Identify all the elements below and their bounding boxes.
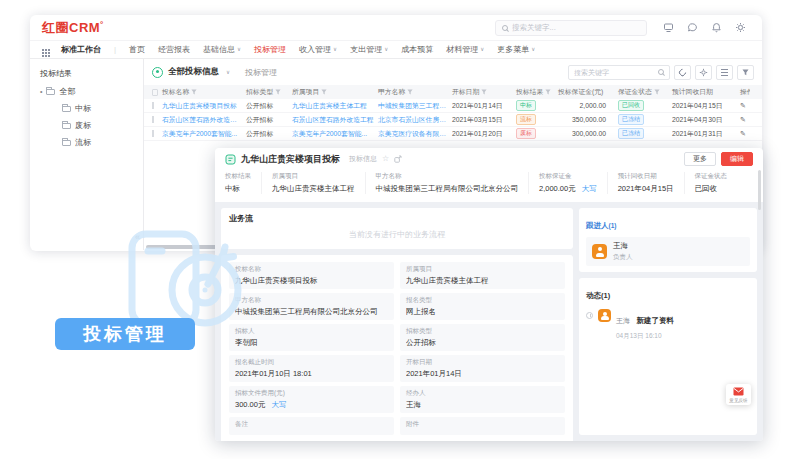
funnel-icon[interactable]: [481, 89, 487, 95]
col-actions: 操作: [736, 87, 750, 97]
activity-action: 新建了资料: [636, 316, 674, 325]
col-deposit[interactable]: 投标保证金(元): [554, 87, 614, 97]
table-row[interactable]: 京美克年产2000套智能... 公开招标 京美克年产2000套智能... 京美克…: [144, 127, 762, 141]
cell-bid-name[interactable]: 石景山区莲石路外改造工程: [158, 115, 242, 125]
activity-title: 动态: [586, 291, 601, 300]
edit-icon[interactable]: ✎: [736, 102, 750, 110]
nav-workbench[interactable]: 标准工作台: [61, 44, 101, 55]
funnel-icon[interactable]: [545, 89, 551, 95]
table-row[interactable]: 九华山庄贵宾楼项目投标 公开招标 九华山庄贵宾楼主体工程 中城投集团第三工程局有…: [144, 99, 762, 113]
activity-actor: 王海: [616, 317, 630, 324]
col-tender-type[interactable]: 招标类型: [242, 87, 288, 97]
bell-icon[interactable]: [711, 22, 722, 33]
funnel-icon[interactable]: [407, 89, 413, 95]
nav-item-budget[interactable]: 成本预算: [401, 44, 433, 55]
tree-node-all[interactable]: • 全部: [40, 86, 143, 97]
list-search-input[interactable]: [574, 69, 655, 76]
tree-node-void[interactable]: 废标: [62, 120, 143, 131]
cell-party[interactable]: 中城投集团第三工程局有...: [374, 101, 448, 111]
caps-link[interactable]: 大写: [271, 400, 286, 409]
handler-link[interactable]: 王海: [406, 400, 559, 410]
cell-bid-name[interactable]: 京美克年产2000套智能...: [158, 129, 242, 139]
row-checkbox[interactable]: [152, 102, 154, 109]
table-row[interactable]: 石景山区莲石路外改造工程 公开招标 石景山区莲石路外改造工程 北京市石景山区住房…: [144, 113, 762, 127]
vertical-scrollbar[interactable]: [758, 170, 761, 210]
field-box: 招标人李朝阳: [229, 324, 394, 351]
star-icon[interactable]: ☆: [382, 155, 389, 163]
party-link[interactable]: 中城投集团第三工程局有限公司北京分公司: [235, 307, 388, 317]
share-icon[interactable]: [394, 155, 402, 163]
feedback-widget[interactable]: 意见反馈: [726, 384, 751, 405]
module-label: 投标管理: [245, 67, 277, 78]
monitor-icon[interactable]: [663, 22, 674, 33]
global-search-input[interactable]: [512, 23, 640, 32]
funnel-icon[interactable]: [654, 89, 660, 95]
bid-doc-icon: [225, 154, 236, 165]
follower-item[interactable]: 王海 负责人: [586, 237, 750, 266]
cell-project[interactable]: 石景山区莲石路外改造工程: [288, 115, 374, 125]
caps-link[interactable]: 大写: [582, 184, 597, 193]
settings-button[interactable]: [695, 65, 712, 80]
col-result[interactable]: 投标结果: [512, 87, 554, 97]
nav-item-basic-info[interactable]: 基础信息∨: [203, 44, 241, 55]
workflow-empty-text: 当前没有进行中的业务流程: [229, 224, 565, 242]
edit-icon[interactable]: ✎: [736, 116, 750, 124]
chevron-down-icon: ∨: [237, 46, 241, 52]
col-recover-date[interactable]: 预计回收日期: [668, 87, 736, 97]
col-party[interactable]: 甲方名称: [374, 87, 448, 97]
columns-button[interactable]: [716, 65, 733, 80]
refresh-button[interactable]: [674, 65, 691, 80]
list-search[interactable]: [568, 65, 670, 80]
party-link[interactable]: 中城投集团第三工程局有限公司北京分公司: [376, 184, 519, 194]
funnel-icon[interactable]: [191, 89, 197, 95]
nav-item-bidding[interactable]: 投标管理: [254, 44, 286, 55]
cell-party[interactable]: 北京市石景山区住房和城...: [374, 115, 448, 125]
message-icon[interactable]: [687, 22, 698, 33]
cell-party[interactable]: 京美克医疗设备有限公司: [374, 129, 448, 139]
view-selector[interactable]: 全部投标信息: [168, 66, 219, 78]
global-search[interactable]: [495, 20, 647, 36]
sidebar-collapse-button[interactable]: «: [135, 233, 140, 242]
dialog-title: 九华山庄贵宾楼项目投标: [241, 153, 340, 166]
col-deposit-status[interactable]: 保证金状态: [614, 87, 668, 97]
feedback-envelope-icon: [733, 387, 744, 396]
nav-item-more-menu[interactable]: 更多菜单∨: [497, 44, 535, 55]
col-open-date[interactable]: 开标日期: [448, 87, 512, 97]
tree-node-won[interactable]: 中标: [62, 103, 143, 114]
cell-bid-name[interactable]: 九华山庄贵宾楼项目投标: [158, 101, 242, 111]
edit-button[interactable]: 编辑: [721, 152, 753, 166]
nav-item-home[interactable]: 首页: [129, 44, 145, 55]
summary-bar: 投标结果 中标 所属项目 九华山庄贵宾楼主体工程 甲方名称 中城投集团第三工程局…: [215, 170, 763, 202]
funnel-icon[interactable]: [275, 89, 281, 95]
col-bid-name[interactable]: 投标名称: [158, 87, 242, 97]
nav-item-expense[interactable]: 支出管理∨: [350, 44, 388, 55]
project-link[interactable]: 九华山庄贵宾楼主体工程: [406, 276, 559, 286]
deposit-status-badge: 已冻结: [618, 114, 644, 125]
edit-icon[interactable]: ✎: [736, 130, 750, 138]
filter-button[interactable]: [737, 65, 754, 80]
row-checkbox[interactable]: [152, 130, 154, 137]
cell-project[interactable]: 九华山庄贵宾楼主体工程: [288, 101, 374, 111]
cell-deposit: 300,000.00: [554, 130, 614, 137]
cell-tender-type: 公开招标: [242, 129, 288, 139]
summary-field: 预计回收日期 2021年04月15日: [607, 172, 684, 194]
field-box: 甲方名称中城投集团第三工程局有限公司北京分公司: [229, 293, 394, 320]
gear-icon[interactable]: [735, 22, 746, 33]
funnel-icon[interactable]: [321, 89, 327, 95]
activity-time: 04月13日 16:10: [616, 332, 674, 341]
cell-recover-date: 2021年01月31日: [668, 129, 736, 139]
chevron-down-icon: ∨: [480, 46, 484, 52]
nav-item-materials[interactable]: 材料管理∨: [446, 44, 484, 55]
activity-item[interactable]: 王海 新建了资料 04月13日 16:10: [586, 309, 750, 341]
field-box: 备注: [229, 417, 394, 435]
apps-grid-icon[interactable]: [42, 49, 44, 51]
cell-project[interactable]: 京美克年产2000套智能...: [288, 129, 374, 139]
col-project[interactable]: 所属项目: [288, 87, 374, 97]
tree-node-failed[interactable]: 流标: [62, 137, 143, 148]
project-link[interactable]: 九华山庄贵宾楼主体工程: [272, 184, 355, 194]
row-checkbox[interactable]: [152, 116, 154, 123]
nav-item-reports[interactable]: 经营报表: [158, 44, 190, 55]
follower-name: 王海: [613, 241, 633, 251]
nav-item-income[interactable]: 收入管理∨: [299, 44, 337, 55]
more-button[interactable]: 更多: [684, 152, 716, 166]
